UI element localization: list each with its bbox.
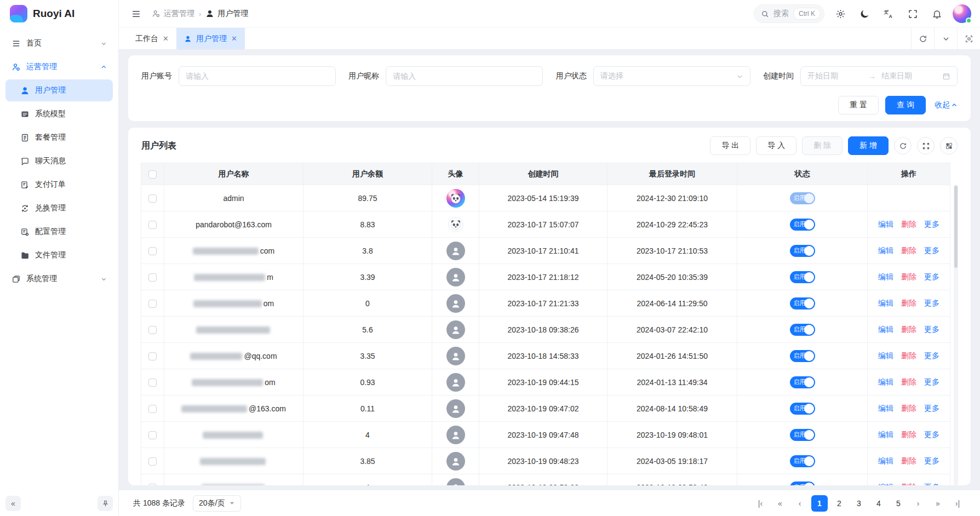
more-link[interactable]: 更多 <box>924 456 939 466</box>
row-checkbox[interactable] <box>148 379 157 387</box>
status-select[interactable]: 请选择 <box>593 66 750 86</box>
page-button-2[interactable]: 2 <box>831 495 847 512</box>
status-toggle[interactable]: 启用 <box>790 376 815 388</box>
settings-button[interactable] <box>832 5 849 22</box>
page-button-5[interactable]: 5 <box>890 495 907 512</box>
delete-link[interactable]: 删除 <box>901 430 916 440</box>
more-link[interactable]: 更多 <box>924 220 939 230</box>
notifications-button[interactable] <box>929 5 945 22</box>
row-checkbox[interactable] <box>148 273 157 282</box>
sidebar-item-运营管理[interactable]: 运营管理 <box>5 56 113 78</box>
row-checkbox[interactable] <box>148 194 157 203</box>
sidebar-item-配置管理[interactable]: 配置管理 <box>5 221 113 243</box>
next-5-pages-button[interactable]: » <box>930 495 946 512</box>
export-button[interactable]: 导 出 <box>710 136 750 155</box>
status-toggle[interactable]: 启用 <box>790 324 815 336</box>
sidebar-item-兑换管理[interactable]: 兑换管理 <box>5 197 113 219</box>
more-link[interactable]: 更多 <box>924 299 939 308</box>
edit-link[interactable]: 编辑 <box>878 404 893 414</box>
edit-link[interactable]: 编辑 <box>878 325 893 335</box>
delete-link[interactable]: 删除 <box>901 404 916 414</box>
more-link[interactable]: 更多 <box>924 325 939 335</box>
sidebar-item-系统模型[interactable]: 系统模型 <box>5 103 113 125</box>
more-link[interactable]: 更多 <box>924 351 939 361</box>
status-toggle[interactable]: 启用 <box>790 403 815 415</box>
more-link[interactable]: 更多 <box>924 430 939 440</box>
status-toggle[interactable]: 启用 <box>790 429 815 441</box>
date-range-picker[interactable]: 开始日期 → 结束日期 <box>800 66 958 86</box>
row-checkbox[interactable] <box>148 326 157 334</box>
edit-link[interactable]: 编辑 <box>878 299 893 308</box>
delete-link[interactable]: 删除 <box>901 246 916 256</box>
edit-link[interactable]: 编辑 <box>878 220 893 230</box>
row-checkbox[interactable] <box>148 352 157 360</box>
nickname-input[interactable] <box>386 66 543 86</box>
edit-link[interactable]: 编辑 <box>878 246 893 256</box>
delete-link[interactable]: 删除 <box>901 220 916 230</box>
row-checkbox[interactable] <box>148 431 157 439</box>
sidebar-item-聊天消息[interactable]: 聊天消息 <box>5 150 113 172</box>
edit-link[interactable]: 编辑 <box>878 351 893 361</box>
fullscreen-button[interactable] <box>904 5 921 22</box>
import-button[interactable]: 导 入 <box>756 136 796 155</box>
edit-link[interactable]: 编辑 <box>878 272 893 282</box>
content-maximize-button[interactable] <box>957 28 980 49</box>
scrollbar-thumb[interactable] <box>954 186 958 268</box>
prev-5-pages-button[interactable]: « <box>772 495 788 512</box>
edit-link[interactable]: 编辑 <box>878 377 893 387</box>
last-page-button[interactable]: ›| <box>949 495 966 512</box>
status-toggle[interactable]: 启用 <box>790 481 815 486</box>
more-link[interactable]: 更多 <box>924 377 939 387</box>
collapse-filters-link[interactable]: 收起 <box>935 100 958 110</box>
table-scrollbar[interactable] <box>954 185 958 485</box>
delete-link[interactable]: 删除 <box>901 272 916 282</box>
close-icon[interactable]: ✕ <box>163 35 169 43</box>
dark-mode-button[interactable] <box>856 5 873 22</box>
edit-link[interactable]: 编辑 <box>878 430 893 440</box>
prev-page-button[interactable]: ‹ <box>792 495 808 512</box>
tab-用户管理[interactable]: 用户管理✕ <box>176 28 245 49</box>
reset-button[interactable]: 重 置 <box>838 96 879 114</box>
sidebar-item-系统管理[interactable]: 系统管理 <box>5 268 113 290</box>
user-avatar[interactable] <box>953 4 971 23</box>
hamburger-menu-button[interactable] <box>128 5 144 22</box>
sidebar-item-套餐管理[interactable]: 套餐管理 <box>5 127 113 148</box>
page-button-1[interactable]: 1 <box>811 495 828 512</box>
row-checkbox[interactable] <box>148 405 157 413</box>
table-refresh-button[interactable] <box>894 137 912 154</box>
brand-logo[interactable]: Ruoyi AI <box>0 0 118 27</box>
status-toggle[interactable]: 启用 <box>790 192 815 204</box>
sidebar-pin-button[interactable] <box>98 496 113 511</box>
status-toggle[interactable]: 启用 <box>790 271 815 283</box>
sidebar-collapse-button[interactable]: « <box>5 496 21 511</box>
add-button[interactable]: 新 增 <box>848 136 889 155</box>
status-toggle[interactable]: 启用 <box>790 455 815 467</box>
delete-link[interactable]: 删除 <box>901 377 916 387</box>
more-link[interactable]: 更多 <box>924 272 939 282</box>
language-button[interactable]: 文A <box>880 5 897 22</box>
tab-menu-button[interactable] <box>934 28 957 49</box>
row-checkbox[interactable] <box>148 247 157 255</box>
row-checkbox[interactable] <box>148 484 157 485</box>
delete-link[interactable]: 删除 <box>901 483 916 486</box>
status-toggle[interactable]: 启用 <box>790 245 815 257</box>
breadcrumb-item-运营管理[interactable]: 运营管理 <box>152 9 194 19</box>
page-button-4[interactable]: 4 <box>870 495 887 512</box>
account-input[interactable] <box>179 66 336 86</box>
next-page-button[interactable]: › <box>910 495 926 512</box>
sidebar-item-首页[interactable]: 首页 <box>5 32 113 54</box>
sidebar-item-文件管理[interactable]: 文件管理 <box>5 244 113 266</box>
query-button[interactable]: 查 询 <box>885 96 926 114</box>
row-checkbox[interactable] <box>148 457 157 466</box>
delete-button[interactable]: 删 除 <box>802 136 843 155</box>
page-button-3[interactable]: 3 <box>851 495 867 512</box>
page-size-select[interactable]: 20条/页 <box>193 495 241 512</box>
close-icon[interactable]: ✕ <box>231 35 237 43</box>
tab-工作台[interactable]: 工作台✕ <box>128 28 176 49</box>
delete-link[interactable]: 删除 <box>901 456 916 466</box>
status-toggle[interactable]: 启用 <box>790 350 815 362</box>
table-fullscreen-button[interactable] <box>917 137 935 154</box>
sidebar-item-支付订单[interactable]: 支付订单 <box>5 174 113 196</box>
delete-link[interactable]: 删除 <box>901 351 916 361</box>
tab-refresh-button[interactable] <box>911 28 934 49</box>
